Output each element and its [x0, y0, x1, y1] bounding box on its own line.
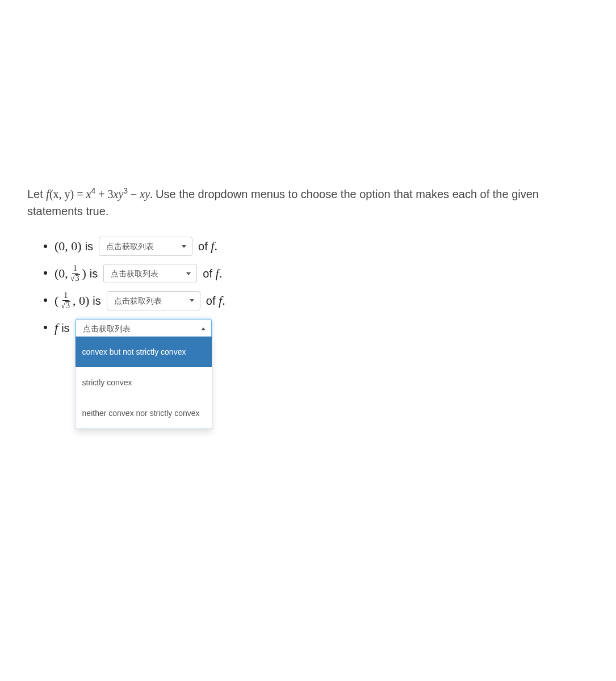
point-label-00: (0, 0) is: [55, 236, 93, 257]
list-item: f is 点击获取列表 convex but not strictly conv…: [55, 317, 589, 338]
prompt-plus3: + 3: [95, 188, 113, 200]
chevron-up-icon: [201, 327, 206, 330]
point-label-r30: ( 1 √3 , 0) is: [55, 291, 101, 311]
dropdown-placeholder: 点击获取列表: [114, 291, 162, 311]
dropdown-option-neither[interactable]: neither convex nor strictly convex: [76, 398, 212, 428]
question-content: Let f(x, y) = x4 + 3xy3 − xy. Use the dr…: [27, 0, 589, 338]
page-container: Let f(x, y) = x4 + 3xy3 − xy. Use the dr…: [0, 0, 616, 681]
after-text-0r3: of f.: [203, 263, 222, 284]
after-text-r30: of f.: [206, 291, 225, 311]
f-is-label: f is: [55, 318, 70, 338]
list-item: (0, 0) is 点击获取列表 of f.: [55, 236, 589, 257]
point-label-0r3: (0, 1 √3 ) is: [55, 263, 98, 284]
fraction-icon: 1 √3: [60, 292, 72, 310]
prompt-xy2: xy: [140, 188, 150, 200]
chevron-down-icon: [186, 272, 191, 275]
prompt-lhs: (x, y) =: [49, 188, 86, 200]
dropdown-point-r30[interactable]: 点击获取列表: [107, 291, 200, 310]
statement-list: (0, 0) is 点击获取列表 of f. (0,: [27, 236, 589, 338]
prompt-pre: Let: [27, 188, 46, 200]
prompt-period: .: [150, 188, 156, 200]
dropdown-point-0r3[interactable]: 点击获取列表: [103, 264, 197, 283]
question-prompt: Let f(x, y) = x4 + 3xy3 − xy. Use the dr…: [27, 185, 589, 220]
fraction-icon: 1 √3: [69, 264, 81, 283]
dropdown-placeholder: 点击获取列表: [83, 318, 131, 339]
prompt-sup3: 3: [123, 186, 128, 195]
dropdown-placeholder: 点击获取列表: [111, 263, 158, 284]
prompt-xy: xy: [114, 188, 124, 200]
dropdown-placeholder: 点击获取列表: [106, 236, 154, 257]
dropdown-option-convex-not-strict[interactable]: convex but not strictly convex: [76, 337, 212, 367]
dropdown-option-strictly-convex[interactable]: strictly convex: [76, 367, 212, 398]
list-item: (0, 1 √3 ) is 点击获取列表 of f.: [55, 262, 589, 284]
dropdown-panel: convex but not strictly convex strictly …: [75, 337, 212, 429]
list-item: ( 1 √3 , 0) is 点击获取列表 of f.: [55, 289, 589, 311]
after-text-00: of f.: [198, 236, 217, 257]
chevron-down-icon: [182, 245, 186, 248]
dropdown-f-is[interactable]: 点击获取列表: [76, 319, 212, 338]
dropdown-point-00[interactable]: 点击获取列表: [99, 237, 192, 256]
prompt-minus: −: [128, 188, 140, 200]
chevron-down-icon: [190, 299, 194, 302]
